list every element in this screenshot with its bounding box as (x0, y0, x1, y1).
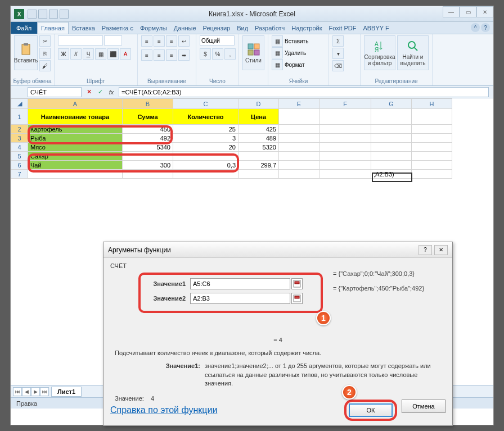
comma-icon[interactable]: , (224, 48, 236, 60)
qat-undo-icon[interactable] (38, 10, 47, 19)
file-tab[interactable]: Файл (11, 22, 37, 34)
copy-icon[interactable]: ⎘ (39, 48, 51, 59)
cell[interactable] (412, 152, 452, 161)
number-format-select[interactable] (200, 35, 235, 46)
cell[interactable]: 3 (173, 134, 238, 143)
sheet-nav-prev-icon[interactable]: ◀ (22, 387, 31, 396)
tab-data[interactable]: Данные (170, 22, 200, 34)
qat-icon[interactable] (60, 10, 69, 19)
font-name-input[interactable] (58, 35, 103, 46)
minimize-ribbon-icon[interactable]: ^ (471, 23, 480, 32)
cell[interactable] (320, 134, 371, 143)
cell[interactable] (320, 125, 371, 134)
cell[interactable] (371, 143, 412, 152)
cell[interactable]: 300 (123, 161, 173, 170)
help-icon[interactable]: ? (481, 23, 490, 32)
cell[interactable] (412, 134, 452, 143)
cell[interactable] (173, 170, 238, 179)
row-header[interactable]: 2 (11, 125, 28, 134)
sheet-nav-next-icon[interactable]: ▶ (31, 387, 40, 396)
qat-redo-icon[interactable] (49, 10, 58, 19)
col-header-d[interactable]: D (238, 99, 279, 109)
bold-icon[interactable]: Ж (58, 48, 69, 60)
cell[interactable] (412, 170, 452, 179)
cell[interactable] (279, 170, 320, 179)
font-size-input[interactable] (104, 35, 122, 46)
arg2-input[interactable] (190, 293, 290, 304)
col-header-g[interactable]: G (371, 99, 412, 109)
row-header[interactable]: 3 (11, 134, 28, 143)
tab-home[interactable]: Главная (37, 22, 69, 34)
cell[interactable]: Рыба (28, 134, 123, 143)
fill-icon[interactable]: ▾ (332, 48, 344, 59)
cell[interactable] (320, 109, 371, 125)
tab-addins[interactable]: Надстройк (288, 22, 325, 34)
cell[interactable]: Количество (173, 109, 238, 125)
fill-color-icon[interactable]: ⬛ (107, 48, 119, 60)
select-all-corner[interactable]: ◢ (11, 99, 28, 109)
row-header[interactable]: 5 (11, 152, 28, 161)
accept-formula-icon[interactable]: ✓ (95, 87, 105, 97)
close-button[interactable]: ✕ (476, 6, 493, 17)
tab-developer[interactable]: Разработч (251, 22, 288, 34)
cell[interactable]: 450 (123, 125, 173, 134)
col-header-a[interactable]: A (28, 99, 123, 109)
percent-icon[interactable]: % (212, 48, 223, 60)
sort-filter-button[interactable]: АЯ Сортировка и фильтр (364, 35, 395, 70)
align-center-icon[interactable]: ≡ (154, 49, 165, 61)
font-color-icon[interactable]: A (120, 48, 131, 60)
italic-icon[interactable]: К (70, 48, 82, 60)
paste-button[interactable]: Вставить (14, 35, 38, 70)
cell[interactable]: 5320 (238, 143, 279, 152)
cell[interactable]: Мясо (28, 143, 123, 152)
col-header-b[interactable]: B (123, 99, 173, 109)
cell[interactable] (371, 125, 412, 134)
cell[interactable]: Чай (28, 161, 123, 170)
cell[interactable] (123, 170, 173, 179)
arg2-collapse-icon[interactable] (291, 293, 303, 304)
sheet-tab[interactable]: Лист1 (51, 387, 82, 397)
underline-icon[interactable]: Ч (83, 48, 94, 60)
cell[interactable]: Сахар (28, 152, 123, 161)
cell[interactable] (238, 170, 279, 179)
name-box[interactable]: СЧЁТ (28, 87, 82, 97)
cell[interactable] (238, 152, 279, 161)
cell[interactable]: Картофель (28, 125, 123, 134)
qat-save-icon[interactable] (28, 10, 37, 19)
merge-icon[interactable]: ⬌ (178, 49, 190, 61)
align-left-icon[interactable]: ≡ (141, 49, 152, 61)
sheet-nav-last-icon[interactable]: ⏭ (40, 387, 49, 396)
cell[interactable]: 492 (123, 134, 173, 143)
fx-icon[interactable]: fx (106, 87, 116, 97)
cell[interactable] (279, 143, 320, 152)
tab-view[interactable]: Вид (233, 22, 251, 34)
autosum-icon[interactable]: Σ (332, 35, 344, 47)
cell[interactable]: 299,7 (238, 161, 279, 170)
align-right-icon[interactable]: ≡ (166, 49, 177, 61)
tab-layout[interactable]: Разметка с (98, 22, 137, 34)
formula-input[interactable]: =СЧЁТ(A5:C6;A2:B3) (119, 87, 489, 97)
align-mid-icon[interactable]: ≡ (154, 35, 165, 47)
cell[interactable] (279, 109, 320, 125)
col-header-c[interactable]: C (173, 99, 238, 109)
arg1-collapse-icon[interactable] (291, 278, 303, 289)
sheet-nav-first-icon[interactable]: ⏮ (13, 387, 22, 396)
cancel-formula-icon[interactable]: ✕ (84, 87, 94, 97)
cell[interactable] (279, 134, 320, 143)
cell[interactable]: 25 (173, 125, 238, 134)
cell[interactable]: 20 (173, 143, 238, 152)
cell[interactable] (173, 152, 238, 161)
delete-cell-icon[interactable]: ▦ (272, 47, 283, 58)
tab-abbyy[interactable]: ABBYY F (359, 22, 392, 34)
find-select-button[interactable]: Найти и выделить (397, 35, 429, 70)
clear-icon[interactable]: ⌫ (332, 60, 344, 71)
cell[interactable]: 5340 (123, 143, 173, 152)
cell-g7-active[interactable]: ;A2:B3) (371, 170, 412, 179)
dialog-close-button[interactable]: ✕ (434, 245, 448, 255)
cell[interactable]: Сумма (123, 109, 173, 125)
row-header[interactable]: 1 (11, 109, 28, 125)
col-header-e[interactable]: E (279, 99, 320, 109)
cell[interactable] (412, 143, 452, 152)
cell[interactable] (320, 161, 371, 170)
tab-formulas[interactable]: Формулы (137, 22, 170, 34)
